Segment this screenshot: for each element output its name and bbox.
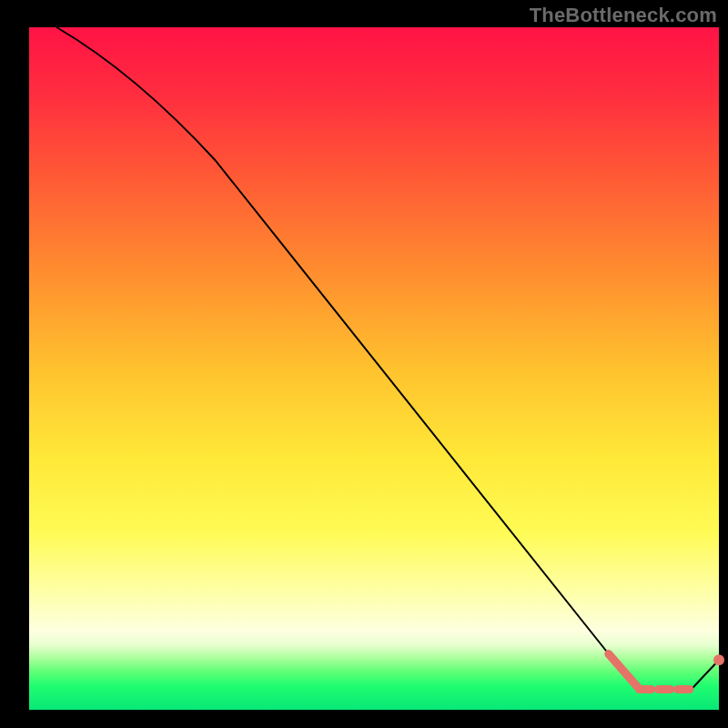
bottleneck-chart [0, 0, 728, 728]
chart-stage: TheBottleneck.com [0, 0, 728, 728]
end-marker-dot [713, 654, 724, 665]
plot-background [29, 27, 719, 710]
